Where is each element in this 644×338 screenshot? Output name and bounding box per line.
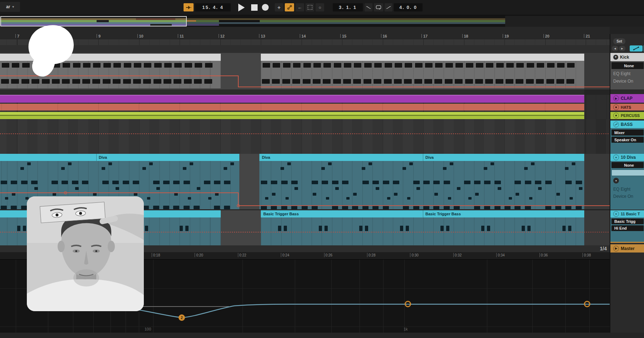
set-button[interactable]: Set: [613, 38, 625, 44]
punch-in-icon: [366, 5, 371, 10]
ableton-arrangement-view: ar ▾ 15. 4. 4 +: [0, 0, 644, 338]
back-arrow-icon: ←: [298, 5, 302, 10]
device-row[interactable]: Device On: [613, 79, 633, 84]
bar-number: 11: [180, 34, 184, 38]
white-blob-overlay: [27, 25, 75, 78]
automation-device-chooser[interactable]: Mixer: [611, 129, 644, 136]
webcam-overlay-photo: [27, 196, 144, 311]
bass-group-header[interactable]: BASS: [610, 121, 644, 128]
time-label: 0:26: [326, 253, 332, 257]
hats-track-header[interactable]: HATS: [610, 104, 644, 111]
record-icon: [262, 4, 269, 11]
time-label: 0:38: [584, 253, 591, 257]
chip-label: Mixer: [611, 131, 625, 135]
follow-button[interactable]: [184, 3, 194, 11]
unfold-track-icon[interactable]: ▼: [613, 155, 619, 160]
time-label: 0:18: [153, 253, 160, 257]
time-label: 0:34: [498, 253, 504, 257]
beat-time-ruler[interactable]: 789101112131415161718192021: [0, 27, 610, 40]
arrangement-position-display[interactable]: 15. 4. 4: [195, 3, 231, 11]
fade-line-icon: [633, 46, 639, 50]
arrangement-overview[interactable]: [0, 16, 644, 27]
ring-icon: ○: [318, 5, 321, 10]
device-row[interactable]: EQ Eight: [613, 187, 630, 192]
play-clip-icon[interactable]: ▶: [613, 246, 619, 251]
group-curve-icon[interactable]: [613, 122, 619, 127]
bar-number: 20: [545, 34, 550, 38]
set-button-label: Set: [616, 39, 622, 43]
diva-device-chooser[interactable]: None: [611, 162, 644, 168]
nav-right-icon: ▶: [621, 47, 623, 50]
automation-breakpoint-label: 2: [181, 316, 183, 320]
loop-start-display[interactable]: 3. 1. 1: [333, 3, 363, 11]
overview-loop-marker: [187, 20, 196, 21]
bar-number: 15: [342, 34, 346, 38]
automation-param-chooser[interactable]: Speaker On: [611, 137, 644, 143]
bar-number: 16: [383, 34, 387, 38]
stop-button[interactable]: [250, 3, 259, 11]
time-label: 0:22: [239, 253, 246, 257]
back-to-arrangement-button[interactable]: ←: [296, 3, 304, 11]
play-button[interactable]: [235, 3, 248, 11]
basic-track-header[interactable]: ▼ 11 Basic T: [610, 210, 644, 217]
plus-icon: +: [278, 4, 281, 10]
time-label: 0:32: [455, 253, 462, 257]
track-name: BASS: [621, 122, 633, 127]
percuss-track-header[interactable]: PERCUSS: [610, 112, 644, 119]
play-clip-icon[interactable]: ▶: [613, 95, 619, 101]
nav-left-icon: ◀: [614, 47, 616, 50]
fold-button[interactable]: ▼: [613, 178, 619, 183]
selection-box-icon: [308, 5, 312, 10]
clip-state-icon[interactable]: [613, 104, 619, 110]
clap-track-header[interactable]: ▶ CLAP: [610, 94, 644, 103]
play-icon: [238, 4, 245, 11]
nav-left-button[interactable]: ◀: [612, 46, 618, 51]
automation-param-chooser[interactable]: Hi End: [611, 225, 644, 231]
basic-track-panel: Basic Trigg Hi End: [610, 217, 644, 243]
loop-icon: [376, 5, 381, 10]
loop-length-display[interactable]: 4. 0. 0: [394, 3, 423, 11]
automation-breakpoint-label: 2: [586, 303, 588, 305]
empty-param-field[interactable]: [611, 170, 644, 176]
track-name: Kick: [620, 55, 629, 60]
punch-out-icon: [386, 5, 391, 10]
loop-button[interactable]: [374, 3, 383, 11]
chip-label: Basic Trigg: [611, 219, 635, 224]
nav-right-button[interactable]: ▶: [619, 46, 625, 51]
bar-number: 18: [464, 34, 468, 38]
kick-device-chooser[interactable]: None: [611, 62, 644, 69]
bar-grid-menu-label: ar: [6, 4, 10, 9]
punch-out-button[interactable]: [385, 3, 392, 11]
device-row[interactable]: EQ Eight: [613, 71, 630, 76]
punch-in-button[interactable]: [365, 3, 372, 11]
unfold-track-icon[interactable]: ▼: [613, 55, 618, 60]
clip-state-icon[interactable]: [613, 113, 619, 118]
device-row[interactable]: Device On: [613, 194, 633, 199]
chip-label: None: [621, 163, 634, 167]
automation-fade-button[interactable]: [630, 45, 643, 52]
bar-number: 12: [220, 34, 225, 38]
transport-bar: ar ▾ 15. 4. 4 +: [0, 0, 644, 16]
master-track-header[interactable]: ▶ Master: [610, 244, 644, 253]
grid-size-label: 1/4: [600, 246, 607, 251]
diva-track-header[interactable]: ▼ 10 Diva: [610, 154, 644, 161]
kick-track-header[interactable]: ▼ Kick: [610, 53, 644, 61]
bar-number: 19: [504, 34, 509, 38]
add-track-button[interactable]: +: [275, 3, 283, 11]
kick-track-block: ▼ Kick None EQ Eight Device On: [610, 53, 644, 89]
bar-number: 17: [423, 34, 428, 38]
automation-device-chooser[interactable]: Basic Trigg: [611, 219, 644, 224]
chevron-down-icon: ▾: [12, 5, 14, 9]
automation-mode-button[interactable]: ○: [316, 3, 324, 11]
draw-mode-icon: [287, 5, 292, 10]
track-name: Master: [621, 246, 635, 251]
stop-icon: [251, 4, 258, 11]
record-button[interactable]: [260, 3, 270, 11]
time-label: 0:28: [369, 253, 375, 257]
time-label: 0:24: [282, 253, 289, 257]
draw-mode-button[interactable]: [285, 3, 294, 11]
master-track-top: [610, 242, 644, 243]
region-select-button[interactable]: [306, 3, 314, 11]
bar-grid-menu[interactable]: ar ▾: [0, 2, 20, 12]
unfold-track-icon[interactable]: ▼: [613, 211, 619, 217]
